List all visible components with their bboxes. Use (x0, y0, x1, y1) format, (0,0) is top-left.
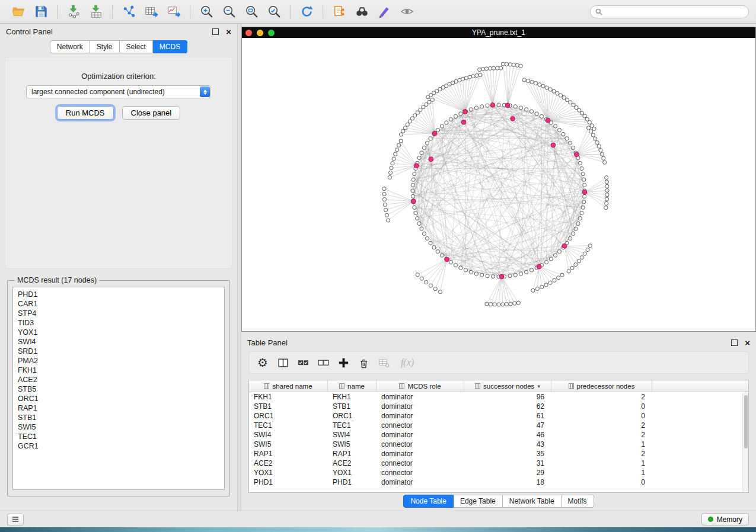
table-row[interactable]: YOX1YOX1connector291 (249, 468, 748, 477)
toolbar-separator (190, 5, 190, 19)
delete-column-button[interactable] (355, 354, 372, 371)
save-session-button[interactable] (31, 2, 50, 21)
network-window-titlebar[interactable]: YPA_prune.txt_1 (242, 27, 755, 38)
tab-style[interactable]: Style (90, 40, 120, 53)
table-toolbar: ⚙ (248, 351, 749, 374)
control-panel-header: Control Panel × (0, 24, 237, 39)
table-row[interactable]: TEC1TEC1connector472 (249, 421, 748, 430)
tab-mcds[interactable]: MCDS (153, 40, 187, 53)
maximize-window-button[interactable] (268, 30, 275, 36)
export-document-button[interactable] (330, 2, 349, 21)
run-mcds-button[interactable]: Run MCDS (57, 106, 114, 120)
mcds-result-item[interactable]: ACE2 (18, 375, 219, 384)
column-header[interactable]: name (328, 380, 377, 392)
export-image-button[interactable] (164, 2, 183, 21)
table-scrollbar[interactable] (742, 393, 748, 492)
export-table-button[interactable] (142, 2, 161, 21)
sort-indicator-icon[interactable]: ▾ (537, 383, 540, 389)
table-row[interactable]: ACE2ACE2connector311 (249, 459, 748, 468)
column-header-filler (652, 380, 748, 392)
select-all-button[interactable] (294, 354, 312, 371)
mcds-result-item[interactable]: FKH1 (18, 366, 219, 375)
mcds-result-item[interactable]: SWI5 (18, 422, 219, 432)
panel-splitter[interactable] (237, 24, 241, 511)
network-canvas[interactable] (242, 38, 755, 331)
close-window-button[interactable] (245, 30, 252, 36)
table-cell: PHD1 (328, 477, 377, 487)
column-header[interactable]: predecessor nodes (551, 380, 652, 392)
mcds-result-item[interactable]: RAP1 (18, 403, 219, 413)
table-cell: 18 (464, 477, 551, 487)
zoom-selected-button[interactable] (264, 2, 283, 21)
mcds-result-item[interactable]: STP4 (18, 309, 219, 318)
show-graphics-button[interactable] (397, 2, 416, 21)
refresh-view-button[interactable] (297, 2, 316, 21)
add-icon (337, 357, 350, 369)
mcds-result-item[interactable]: STB5 (18, 384, 219, 394)
float-table-panel-button[interactable] (731, 339, 738, 346)
table-row[interactable]: SWI4SWI4dominator462 (249, 430, 748, 440)
tab-network[interactable]: Network (50, 40, 90, 53)
zoom-in-button[interactable] (197, 2, 216, 21)
table-settings-button[interactable]: ⚙ (254, 354, 272, 371)
table-cell: YOX1 (249, 468, 328, 477)
zoom-fit-button[interactable] (242, 2, 261, 21)
table-cell: SWI4 (249, 430, 328, 440)
mcds-result-item[interactable]: TEC1 (18, 432, 219, 441)
tab-node-table[interactable]: Node Table (403, 495, 454, 508)
close-table-panel-button[interactable]: × (745, 339, 750, 346)
column-header[interactable]: successor nodes▾ (464, 380, 551, 392)
close-panel-button[interactable]: × (226, 28, 231, 35)
import-table-button[interactable] (87, 2, 106, 21)
search-input[interactable] (606, 8, 744, 16)
column-header[interactable]: MCDS role (377, 380, 464, 392)
tab-network-table[interactable]: Network Table (503, 495, 562, 508)
memory-button[interactable]: Memory (701, 513, 749, 525)
create-column-button[interactable] (334, 354, 352, 371)
apply-style-button[interactable] (375, 2, 394, 21)
mcds-result-item[interactable]: PHD1 (18, 290, 219, 299)
table-row[interactable]: SWI5SWI5connector431 (249, 440, 748, 449)
mcds-result-item[interactable]: GCR1 (18, 441, 219, 451)
mcds-result-item[interactable]: CAR1 (18, 299, 219, 309)
table-cell: 46 (464, 430, 551, 440)
table-row[interactable]: STB1STB1dominator620 (249, 402, 748, 411)
criterion-dropdown[interactable]: largest connected component (undirected) (26, 85, 211, 98)
table-cell: 96 (464, 392, 551, 402)
mcds-result-group: MCDS result (17 nodes) PHD1CAR1STP4TID3Y… (7, 276, 230, 496)
table-row[interactable]: FKH1FKH1dominator962 (249, 392, 748, 402)
table-panel-header: Table Panel × (241, 335, 756, 350)
memory-label: Memory (717, 515, 742, 524)
clear-table-button[interactable] (375, 354, 393, 371)
close-mcds-panel-button[interactable]: Close panel (122, 106, 181, 120)
mcds-result-item[interactable]: SRD1 (18, 347, 219, 356)
show-columns-button[interactable] (274, 354, 292, 371)
table-row[interactable]: PHD1PHD1dominator180 (249, 477, 748, 487)
find-button[interactable] (352, 2, 371, 21)
tab-select[interactable]: Select (120, 40, 153, 53)
table-cell: dominator (377, 430, 464, 440)
open-session-button[interactable] (9, 2, 28, 21)
tab-edge-table[interactable]: Edge Table (454, 495, 503, 508)
float-panel-button[interactable] (212, 28, 219, 35)
mcds-result-item[interactable]: STB1 (18, 413, 219, 422)
minimize-window-button[interactable] (257, 30, 263, 36)
table-cell: dominator (377, 392, 464, 402)
tab-motifs[interactable]: Motifs (562, 495, 594, 508)
import-network-button[interactable] (64, 2, 83, 21)
mcds-result-list[interactable]: PHD1CAR1STP4TID3YOX1SWI4SRD1PMA2FKH1ACE2… (12, 287, 225, 490)
function-builder-button[interactable]: f(x) (395, 354, 420, 371)
deselect-all-button[interactable] (314, 354, 332, 371)
mcds-result-item[interactable]: YOX1 (18, 328, 219, 337)
table-row[interactable]: RAP1RAP1dominator352 (249, 449, 748, 459)
export-network-button[interactable] (119, 2, 138, 21)
mcds-result-item[interactable]: SWI4 (18, 337, 219, 347)
mcds-result-item[interactable]: PMA2 (18, 356, 219, 366)
mcds-result-item[interactable]: ORC1 (18, 394, 219, 403)
zoom-out-button[interactable] (219, 2, 238, 21)
table-scrollbar-thumb[interactable] (744, 395, 748, 448)
mcds-result-item[interactable]: TID3 (18, 318, 219, 328)
status-menu-button[interactable] (7, 514, 24, 525)
table-row[interactable]: ORC1ORC1dominator610 (249, 411, 748, 421)
column-header[interactable]: shared name (249, 380, 328, 392)
